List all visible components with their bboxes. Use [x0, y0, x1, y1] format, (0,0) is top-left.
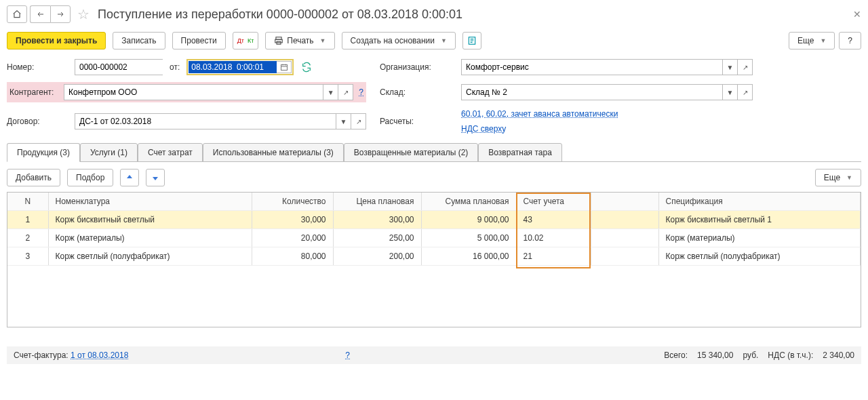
- total-value: 15 340,00: [697, 351, 733, 360]
- col-acct[interactable]: Счет учета: [516, 193, 591, 211]
- calc-label: Расчеты:: [380, 117, 448, 126]
- home-button[interactable]: [7, 5, 27, 23]
- cell-spec: Корж светлый (полуфабрикат): [658, 247, 861, 266]
- kontr-label: Контрагент:: [9, 87, 58, 97]
- post-and-close-button[interactable]: Провести и закрыть: [7, 32, 106, 49]
- calendar-icon[interactable]: [277, 61, 292, 73]
- org-input[interactable]: [462, 60, 722, 75]
- add-row-button[interactable]: Добавить: [7, 169, 60, 186]
- create-based-label: Создать на основании: [351, 36, 435, 45]
- move-down-icon[interactable]: [146, 169, 165, 186]
- org-dropdown-icon[interactable]: ▼: [722, 60, 737, 75]
- kontr-dropdown-icon[interactable]: ▼: [323, 85, 338, 100]
- cell-n: 1: [7, 211, 48, 229]
- kontr-open-icon[interactable]: ↗: [338, 85, 353, 100]
- sf-link[interactable]: 1 от 08.03.2018: [71, 351, 128, 360]
- number-input[interactable]: [75, 60, 185, 75]
- cell-qty: 30,000: [252, 211, 333, 229]
- cell-n: 3: [7, 247, 48, 266]
- cell-qty: 20,000: [252, 229, 333, 247]
- cell-acct: 43: [516, 211, 591, 229]
- tab-product[interactable]: Продукция (3): [7, 143, 80, 162]
- cell-sum: 16 000,00: [421, 247, 516, 266]
- pick-button[interactable]: Подбор: [67, 169, 113, 186]
- forward-button[interactable]: [50, 5, 71, 23]
- tab-more-button[interactable]: Еще▼: [815, 169, 861, 186]
- dog-open-icon[interactable]: ↗: [351, 114, 366, 129]
- report-button[interactable]: [462, 32, 481, 49]
- col-sum[interactable]: Сумма плановая: [421, 193, 516, 211]
- tab-rettara[interactable]: Возвратная тара: [478, 143, 562, 162]
- calc-link[interactable]: 60.01, 60.02, зачет аванса автоматически: [461, 109, 753, 119]
- print-button[interactable]: Печать▼: [265, 32, 334, 49]
- help-button[interactable]: ?: [839, 32, 861, 49]
- product-table[interactable]: N Номенклатура Количество Цена плановая …: [7, 193, 861, 266]
- table-row[interactable]: 1Корж бисквитный светлый30,000300,009 00…: [7, 211, 861, 229]
- kontr-help-icon[interactable]: ?: [359, 87, 363, 97]
- date-input[interactable]: [189, 61, 277, 73]
- cell-prc: 200,00: [333, 247, 421, 266]
- cell-prc: 300,00: [333, 211, 421, 229]
- cell-prc: 250,00: [333, 229, 421, 247]
- tabs-bar: Продукция (3) Услуги (1) Счет затрат Исп…: [7, 143, 861, 162]
- table-row[interactable]: 2Корж (материалы)20,000250,005 000,0010.…: [7, 229, 861, 247]
- vat-value: 2 340,00: [823, 351, 854, 360]
- org-label: Организация:: [380, 62, 448, 72]
- kontr-input[interactable]: [64, 85, 323, 100]
- page-title: Поступление из переработки 0000-000002 о…: [98, 7, 462, 22]
- cell-n: 2: [7, 229, 48, 247]
- back-button[interactable]: [30, 5, 50, 23]
- create-based-button[interactable]: Создать на основании▼: [342, 32, 456, 49]
- dog-label: Договор:: [7, 117, 61, 126]
- currency: руб.: [743, 351, 758, 360]
- svg-rect-4: [281, 65, 287, 71]
- sync-icon[interactable]: [300, 61, 313, 73]
- cell-nom: Корж (материалы): [48, 229, 252, 247]
- col-nom[interactable]: Номенклатура: [48, 193, 252, 211]
- table-row[interactable]: 3Корж светлый (полуфабрикат)80,000200,00…: [7, 247, 861, 266]
- post-button[interactable]: Провести: [172, 32, 226, 49]
- number-label: Номер:: [7, 62, 61, 72]
- cell-sum: 9 000,00: [421, 211, 516, 229]
- cell-acct: 10.02: [516, 229, 591, 247]
- star-icon[interactable]: ☆: [77, 6, 90, 22]
- vat-label: НДС (в т.ч.):: [768, 351, 813, 360]
- sf-label: Счет-фактура:: [14, 351, 68, 360]
- close-icon[interactable]: ✕: [853, 9, 861, 20]
- org-open-icon[interactable]: ↗: [737, 60, 752, 75]
- tab-more-label: Еще: [824, 173, 840, 182]
- tab-service[interactable]: Услуги (1): [80, 143, 138, 162]
- write-button[interactable]: Записать: [113, 32, 165, 49]
- cell-nom: Корж светлый (полуфабрикат): [48, 247, 252, 266]
- col-prc[interactable]: Цена плановая: [333, 193, 421, 211]
- tab-costacc[interactable]: Счет затрат: [138, 143, 203, 162]
- sklad-input[interactable]: [462, 85, 722, 100]
- print-label: Печать: [287, 36, 313, 45]
- sklad-open-icon[interactable]: ↗: [737, 85, 752, 100]
- cell-spec: Корж бисквитный светлый 1: [658, 211, 861, 229]
- dog-input[interactable]: [75, 114, 336, 129]
- more-label: Еще: [797, 36, 814, 45]
- cell-qty: 80,000: [252, 247, 333, 266]
- total-label: Всего:: [664, 351, 688, 360]
- cell-acct: 21: [516, 247, 591, 266]
- col-spec[interactable]: Спецификация: [658, 193, 861, 211]
- cell-spec: Корж (материалы): [658, 229, 861, 247]
- tab-usedmat[interactable]: Использованные материалы (3): [203, 143, 344, 162]
- from-label: от:: [170, 62, 180, 72]
- col-n[interactable]: N: [7, 193, 48, 211]
- vat-link[interactable]: НДС сверху: [461, 124, 753, 134]
- more-button[interactable]: Еще▼: [789, 32, 835, 49]
- cell-sum: 5 000,00: [421, 229, 516, 247]
- dog-dropdown-icon[interactable]: ▼: [336, 114, 351, 129]
- cell-nom: Корж бисквитный светлый: [48, 211, 252, 229]
- sf-help-icon[interactable]: ?: [345, 351, 350, 360]
- sklad-dropdown-icon[interactable]: ▼: [722, 85, 737, 100]
- sklad-label: Склад:: [380, 87, 448, 97]
- col-qty[interactable]: Количество: [252, 193, 333, 211]
- dtkt-button[interactable]: ДтКт: [233, 32, 259, 49]
- move-up-icon[interactable]: [120, 169, 139, 186]
- tab-retmat[interactable]: Возвращенные материалы (2): [344, 143, 478, 162]
